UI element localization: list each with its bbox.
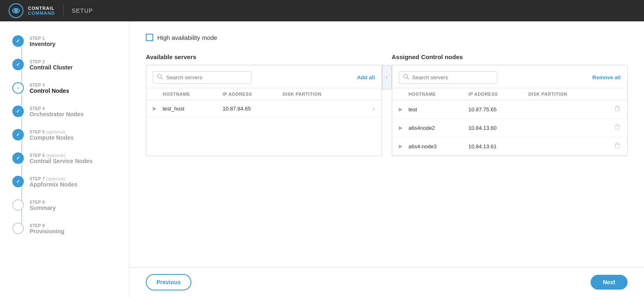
step3-info: STEP 3 Control Nodes: [30, 82, 69, 94]
step4-info: STEP 4 Orchestrator Nodes: [30, 106, 83, 117]
step9-info: STEP 9 Provisioning: [30, 223, 64, 235]
logo-text-line1: CONTRAIL: [28, 6, 55, 11]
assigned-row1-action: [608, 105, 621, 113]
svg-line-5: [407, 78, 409, 79]
delete-row2-button[interactable]: [614, 124, 621, 132]
step3-name: Control Nodes: [30, 87, 69, 94]
panels-wrapper: Add all HOSTNAME IP ADDRESS DISK PARTITI…: [146, 65, 628, 156]
step9-name: Provisioning: [30, 228, 64, 235]
table-row[interactable]: ▶ test 10.87.75.65: [392, 100, 628, 119]
assigned-search-icon: [403, 74, 409, 81]
sidebar-item-step9[interactable]: STEP 9 Provisioning: [12, 217, 129, 240]
step2-info: STEP 2 Contrail Cluster: [30, 59, 73, 71]
assigned-panel-title-wrap: Assigned Control nodes: [392, 53, 628, 61]
footer: Previous Next: [129, 267, 644, 297]
ha-mode-label: High availability mode: [157, 34, 217, 41]
expand-icon[interactable]: ▶: [153, 106, 159, 111]
expand-icon[interactable]: ▶: [399, 106, 405, 112]
collapse-arrow-wrap: ‹: [382, 65, 392, 156]
sidebar-item-step5[interactable]: ✓ STEP 5 (optional) Compute Nodes: [12, 123, 129, 147]
step2-label: STEP 2: [30, 60, 73, 64]
available-panel-top-bar: Add all: [146, 65, 382, 88]
collapse-spacer: [382, 53, 392, 61]
assigned-search-input[interactable]: [412, 74, 493, 81]
sidebar-item-step6[interactable]: ✓ STEP 6 (optional) Contrail Service Nod…: [12, 147, 129, 170]
step6-name: Contrail Service Nodes: [30, 158, 92, 164]
remove-all-button[interactable]: Remove all: [592, 74, 621, 81]
header-setup-label: SETUP: [72, 7, 93, 14]
svg-point-2: [158, 74, 161, 78]
delete-row3-button[interactable]: [614, 142, 621, 150]
assigned-servers-table: HOSTNAME IP ADDRESS DISK PARTITION ▶ tes…: [392, 88, 628, 156]
logo: CONTRAIL COMMAND: [8, 3, 55, 18]
next-button[interactable]: Next: [591, 275, 628, 290]
step-list: ✓ STEP 1 Inventory ✓ STEP 2 Contrail Clu…: [0, 30, 129, 240]
content-body: High availability mode Available servers…: [129, 21, 644, 267]
step8-circle: [12, 199, 24, 211]
expand-icon[interactable]: ▶: [399, 143, 405, 149]
svg-point-1: [14, 9, 18, 12]
available-panel-title: Available servers: [146, 53, 196, 64]
checkmark-icon: ✓: [16, 62, 20, 67]
svg-rect-11: [616, 143, 619, 143]
assigned-row3-hostname: a6s4-node3: [409, 143, 469, 150]
step1-circle: ✓: [12, 35, 24, 47]
available-col-ip: IP ADDRESS: [223, 92, 283, 97]
ha-mode-checkbox[interactable]: [146, 34, 153, 41]
checkmark-icon: ✓: [16, 108, 20, 114]
table-row[interactable]: ▶ a6s4node2 10.84.13.60: [392, 119, 628, 137]
step5-circle: ✓: [12, 129, 24, 140]
step6-info: STEP 6 (optional) Contrail Service Nodes: [30, 152, 92, 164]
step5-name: Compute Nodes: [30, 134, 74, 141]
step5-info: STEP 5 (optional) Compute Nodes: [30, 129, 74, 141]
step2-circle: ✓: [12, 59, 24, 70]
add-all-button[interactable]: Add all: [357, 74, 375, 81]
available-search-icon: [157, 74, 163, 81]
table-row[interactable]: ▶ a6s4-node3 10.84.13.61: [392, 137, 628, 156]
expand-icon[interactable]: ▶: [399, 125, 405, 131]
svg-point-4: [404, 74, 407, 78]
sidebar-item-step2[interactable]: ✓ STEP 2 Contrail Cluster: [12, 53, 129, 76]
delete-row1-button[interactable]: [614, 105, 621, 113]
available-search-input[interactable]: [166, 74, 247, 81]
step1-info: STEP 1 Inventory: [30, 35, 55, 47]
step8-label: STEP 8: [30, 200, 56, 205]
header: CONTRAIL COMMAND SETUP: [0, 0, 644, 21]
assigned-search-box[interactable]: [399, 71, 497, 84]
available-search-box[interactable]: [153, 71, 251, 84]
assigned-row2-action: [608, 124, 621, 132]
step8-name: Summary: [30, 205, 56, 211]
step8-info: STEP 8 Summary: [30, 199, 56, 211]
collapse-panel-button[interactable]: ‹: [382, 65, 392, 90]
step4-name: Orchestrator Nodes: [30, 111, 83, 117]
assigned-table-header: HOSTNAME IP ADDRESS DISK PARTITION: [392, 88, 628, 100]
svg-rect-8: [614, 125, 620, 126]
step9-circle: [12, 223, 24, 234]
table-row[interactable]: ▶ test_host 10.87.84.65 ›: [146, 100, 382, 117]
assigned-nodes-panel: Remove all HOSTNAME IP ADDRESS DISK PART…: [392, 65, 628, 156]
checkmark-icon: ✓: [16, 179, 20, 184]
chevron-right-icon: ›: [373, 105, 375, 112]
step4-circle: ✓: [12, 106, 24, 117]
previous-button[interactable]: Previous: [146, 274, 191, 290]
assigned-row3-action: [608, 142, 621, 150]
svg-rect-6: [614, 107, 620, 108]
sidebar-item-step7[interactable]: ✓ STEP 7 (optional) Appformix Nodes: [12, 170, 129, 193]
sidebar-item-step8[interactable]: STEP 8 Summary: [12, 193, 129, 217]
step3-circle: ›: [12, 82, 24, 94]
svg-rect-10: [614, 144, 620, 145]
assigned-row2-ip: 10.84.13.60: [468, 125, 528, 131]
available-row1-hostname: test_host: [163, 106, 223, 112]
step7-circle: ✓: [12, 176, 24, 187]
svg-line-3: [161, 78, 163, 79]
checkmark-icon: ✓: [16, 38, 20, 44]
step7-name: Appformix Nodes: [30, 181, 78, 188]
assigned-panel-title: Assigned Control nodes: [392, 53, 463, 64]
sidebar-item-step4[interactable]: ✓ STEP 4 Orchestrator Nodes: [12, 100, 129, 123]
assigned-row1-hostname: test: [409, 106, 469, 113]
step1-name: Inventory: [30, 41, 55, 47]
sidebar-item-step3[interactable]: › STEP 3 Control Nodes: [12, 76, 129, 100]
contrail-logo-icon: [8, 3, 24, 18]
assigned-col-disk: DISK PARTITION: [528, 92, 608, 97]
sidebar-item-step1[interactable]: ✓ STEP 1 Inventory: [12, 30, 129, 53]
